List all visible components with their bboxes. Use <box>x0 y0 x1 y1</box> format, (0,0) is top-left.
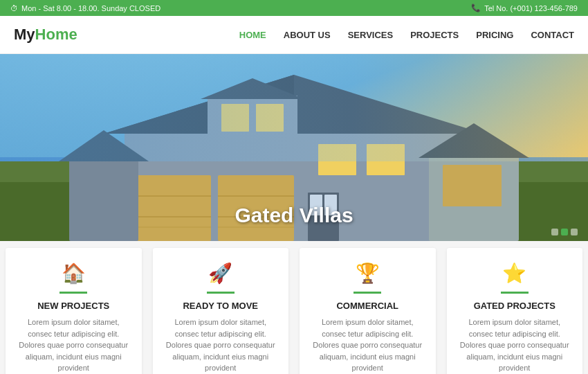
card-icon-3: ⭐ <box>457 262 573 285</box>
nav-contact[interactable]: CONTACT <box>531 30 574 40</box>
dot-1[interactable] <box>551 229 558 235</box>
phone-text: Tel No. (+001) 123-456-789 <box>484 4 578 12</box>
card-icon-0: 🏠 <box>16 262 131 285</box>
logo-home: Home <box>35 26 77 43</box>
dot-2[interactable] <box>561 229 568 235</box>
nav-pricing[interactable]: PRICING <box>476 30 513 40</box>
phone-icon: 📞 <box>471 3 481 12</box>
top-bar: ⏱ Mon - Sat 8.00 - 18.00. Sunday CLOSED … <box>0 0 588 16</box>
card-0: 🏠 NEW PROJECTS Lorem ipsum dolor sitamet… <box>6 248 142 374</box>
nav-about[interactable]: ABOUT US <box>284 30 331 40</box>
svg-rect-25 <box>69 158 138 241</box>
cards-section: 🏠 NEW PROJECTS Lorem ipsum dolor sitamet… <box>0 241 588 374</box>
nav-home[interactable]: HOME <box>239 30 266 40</box>
card-text-0: Lorem ipsum dolor sitamet, consec tetur … <box>16 317 131 374</box>
card-divider-3 <box>501 292 529 294</box>
hero-section: Gated Villas <box>0 54 588 241</box>
logo: MyHome <box>14 26 77 44</box>
card-text-1: Lorem ipsum dolor sitamet, consec tetur … <box>163 317 279 374</box>
svg-rect-27 <box>0 54 588 161</box>
top-bar-phone: 📞 Tel No. (+001) 123-456-789 <box>471 3 578 12</box>
clock-icon: ⏱ <box>10 4 18 12</box>
card-icon-2: 🏆 <box>310 262 425 285</box>
card-2: 🏆 COMMERCIAL Lorem ipsum dolor sitamet, … <box>300 248 436 374</box>
card-title-2: COMMERCIAL <box>310 301 425 311</box>
card-divider-2 <box>353 292 381 294</box>
svg-rect-7 <box>135 175 211 241</box>
dot-3[interactable] <box>571 229 578 235</box>
nav-services[interactable]: SERVICES <box>348 30 394 40</box>
card-icon-1: 🚀 <box>163 262 279 285</box>
card-1: 🚀 READY TO MOVE Lorem ipsum dolor sitame… <box>153 248 289 374</box>
hours-text: Mon - Sat 8.00 - 18.00. Sunday CLOSED <box>21 4 160 12</box>
card-title-3: GATED PROJECTS <box>457 301 573 311</box>
hero-title: Gated Villas <box>235 204 353 227</box>
card-title-0: NEW PROJECTS <box>16 301 131 311</box>
card-divider-1 <box>207 292 235 294</box>
top-bar-hours: ⏱ Mon - Sat 8.00 - 18.00. Sunday CLOSED <box>10 4 160 12</box>
svg-rect-23 <box>443 165 502 206</box>
card-text-2: Lorem ipsum dolor sitamet, consec tetur … <box>310 317 425 374</box>
logo-my: My <box>14 26 35 43</box>
header: MyHome HOME ABOUT US SERVICES PROJECTS P… <box>0 16 588 54</box>
nav-projects[interactable]: PROJECTS <box>410 30 459 40</box>
card-3: ⭐ GATED PROJECTS Lorem ipsum dolor sitam… <box>447 248 583 374</box>
card-text-3: Lorem ipsum dolor sitamet, consec tetur … <box>457 317 573 374</box>
carousel-dots[interactable] <box>551 229 578 235</box>
card-divider-0 <box>59 292 87 294</box>
nav: HOME ABOUT US SERVICES PROJECTS PRICING … <box>239 30 574 40</box>
card-title-1: READY TO MOVE <box>163 301 279 311</box>
